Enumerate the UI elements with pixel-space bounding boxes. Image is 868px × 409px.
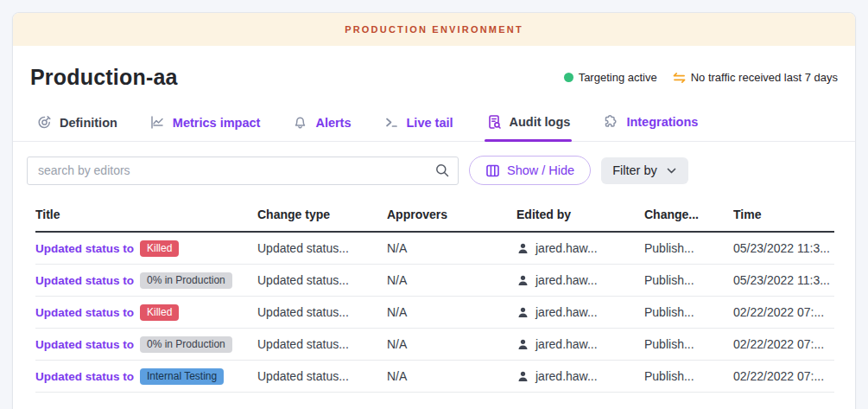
table-row[interactable]: Updated status to 0% in Production Updat…	[35, 329, 834, 361]
row-title-link[interactable]: Updated status to	[35, 274, 134, 287]
tab-live-tail-label: Live tail	[407, 116, 453, 130]
column-header-edited-by[interactable]: Edited by	[516, 208, 644, 221]
tab-alerts[interactable]: Alerts	[291, 106, 352, 141]
line-chart-icon	[150, 115, 165, 130]
targeting-status: Targeting active	[564, 71, 657, 84]
row-edited-by: jared.haw...	[535, 305, 598, 319]
column-header-approvers[interactable]: Approvers	[387, 208, 516, 221]
table-row[interactable]: Updated status to Internal Testing Updat…	[35, 361, 834, 393]
row-title-link[interactable]: Updated status to	[35, 306, 134, 319]
environment-banner: PRODUCTION ENVIRONMENT	[13, 13, 855, 46]
person-icon	[516, 370, 529, 383]
column-header-change-type[interactable]: Change type	[257, 208, 387, 221]
row-change: Publish...	[644, 305, 733, 319]
row-time: 02/22/2022 07:...	[733, 337, 834, 351]
tab-bar: Definition Metrics impact Alerts	[13, 102, 855, 142]
person-icon	[516, 274, 529, 287]
tab-live-tail[interactable]: Live tail	[383, 106, 455, 141]
tab-metrics-impact-label: Metrics impact	[173, 116, 261, 130]
person-icon	[516, 306, 529, 319]
tab-audit-logs[interactable]: Audit logs	[485, 105, 573, 141]
row-title-link[interactable]: Updated status to	[35, 338, 134, 351]
row-edited-by: jared.haw...	[535, 273, 598, 287]
environment-card: PRODUCTION ENVIRONMENT Production-aa Tar…	[12, 12, 856, 409]
traffic-status-label: No traffic received last 7 days	[691, 71, 838, 84]
bell-icon	[293, 115, 307, 130]
row-edited-by: jared.haw...	[535, 241, 598, 255]
status-badge: Internal Testing	[140, 368, 224, 385]
row-edited-by: jared.haw...	[535, 369, 598, 383]
status-badge: Killed	[140, 240, 179, 257]
status-group: Targeting active No traffic received las…	[564, 71, 838, 84]
show-hide-label: Show / Hide	[507, 163, 574, 177]
page-header: Production-aa Targeting active No traffi…	[13, 46, 855, 102]
tab-integrations-label: Integrations	[626, 115, 698, 129]
row-change-type: Updated status...	[257, 273, 387, 287]
environment-banner-label: PRODUCTION ENVIRONMENT	[345, 24, 523, 35]
table-row[interactable]: Updated status to 0% in Production Updat…	[35, 265, 834, 297]
document-search-icon	[486, 114, 502, 130]
row-time: 02/22/2022 07:...	[733, 305, 834, 319]
search-input[interactable]	[27, 157, 459, 185]
puzzle-icon	[603, 114, 618, 130]
row-change-type: Updated status...	[257, 337, 387, 351]
tab-integrations[interactable]: Integrations	[601, 105, 700, 141]
toolbar: Show / Hide Filter by	[13, 142, 855, 197]
status-badge: Killed	[140, 304, 179, 321]
target-pen-icon	[37, 115, 52, 130]
row-title-link[interactable]: Updated status to	[35, 242, 134, 255]
tab-audit-logs-label: Audit logs	[510, 115, 571, 129]
tab-alerts-label: Alerts	[315, 116, 351, 130]
row-time: 02/22/2022 07:...	[733, 369, 834, 383]
filter-by-label: Filter by	[612, 163, 657, 177]
row-time: 05/23/2022 11:3...	[733, 273, 834, 287]
audit-log-table: Title Change type Approvers Edited by Ch…	[13, 197, 855, 393]
row-approvers: N/A	[387, 305, 516, 319]
swap-arrows-icon	[673, 72, 686, 84]
filter-by-button[interactable]: Filter by	[601, 157, 688, 184]
table-header-row: Title Change type Approvers Edited by Ch…	[35, 197, 834, 233]
traffic-status: No traffic received last 7 days	[673, 71, 838, 84]
search-icon	[434, 163, 450, 178]
row-change: Publish...	[644, 369, 733, 383]
search-wrap	[27, 157, 459, 185]
person-icon	[516, 338, 529, 351]
columns-icon	[485, 163, 500, 178]
person-icon	[516, 242, 529, 255]
row-change: Publish...	[644, 273, 733, 287]
row-edited-by: jared.haw...	[535, 337, 598, 351]
column-header-change[interactable]: Change...	[644, 208, 733, 221]
column-header-time[interactable]: Time	[733, 208, 834, 221]
terminal-icon	[384, 115, 399, 130]
tab-definition[interactable]: Definition	[35, 106, 119, 141]
row-change-type: Updated status...	[257, 305, 387, 319]
show-hide-button[interactable]: Show / Hide	[469, 156, 591, 185]
row-change: Publish...	[644, 241, 733, 255]
tab-definition-label: Definition	[60, 116, 117, 130]
status-badge: 0% in Production	[140, 272, 232, 289]
table-row[interactable]: Updated status to Killed Updated status.…	[35, 233, 834, 265]
targeting-status-label: Targeting active	[579, 71, 657, 84]
row-approvers: N/A	[387, 337, 516, 351]
tab-metrics-impact[interactable]: Metrics impact	[149, 106, 263, 141]
chevron-down-icon	[666, 165, 677, 176]
row-approvers: N/A	[387, 369, 516, 383]
column-header-title[interactable]: Title	[35, 208, 257, 221]
page-title: Production-aa	[30, 65, 178, 90]
row-time: 05/23/2022 11:3...	[733, 241, 834, 255]
row-title-link[interactable]: Updated status to	[35, 370, 134, 383]
row-approvers: N/A	[387, 273, 516, 287]
row-change-type: Updated status...	[257, 241, 387, 255]
row-approvers: N/A	[387, 241, 516, 255]
green-dot-icon	[564, 73, 573, 82]
row-change-type: Updated status...	[257, 369, 387, 383]
table-row[interactable]: Updated status to Killed Updated status.…	[35, 297, 834, 329]
status-badge: 0% in Production	[140, 336, 232, 353]
row-change: Publish...	[644, 337, 733, 351]
